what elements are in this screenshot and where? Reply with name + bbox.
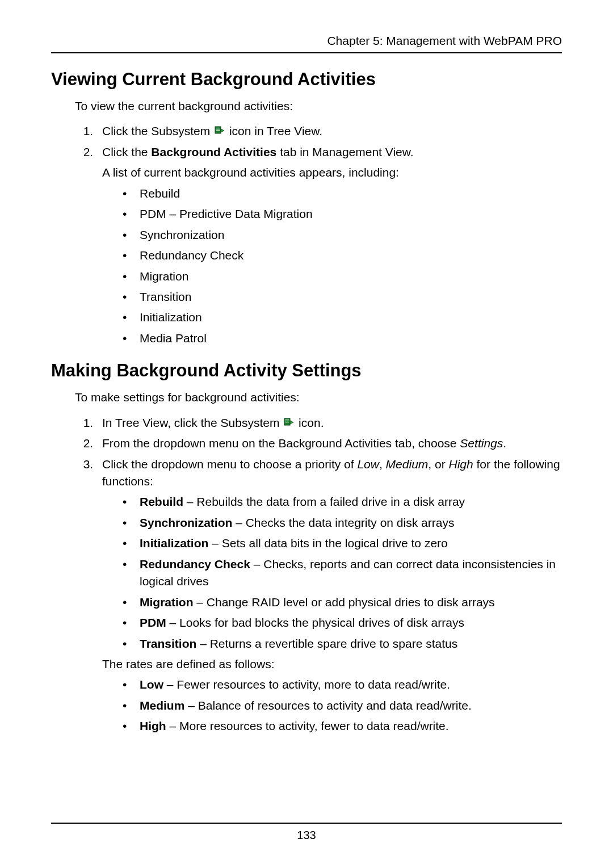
step-3: Click the dropdown menu to choose a prio… xyxy=(96,456,562,735)
subsystem-icon xyxy=(284,416,294,426)
s2-step3-a: Click the dropdown menu to choose a prio… xyxy=(102,458,357,471)
step-2: Click the Background Activities tab in M… xyxy=(96,144,562,347)
section1-intro: To view the current background activitie… xyxy=(75,98,562,115)
list-item: Redundancy Check – Checks, reports and c… xyxy=(123,556,562,590)
footer-rule xyxy=(51,823,562,824)
list-item: Initialization – Sets all data bits in t… xyxy=(123,535,562,552)
list-item: Migration xyxy=(123,268,562,285)
chapter-header: Chapter 5: Management with WebPAM PRO xyxy=(51,34,562,48)
svg-rect-3 xyxy=(216,130,220,131)
svg-rect-6 xyxy=(285,421,289,421)
section1-steps: Click the Subsystem icon in Tree View. C… xyxy=(75,123,562,347)
step2-text-b: tab in Management View. xyxy=(276,145,413,158)
list-item: PDM – Predictive Data Migration xyxy=(123,206,562,223)
list-item: High – More resources to activity, fewer… xyxy=(123,718,562,735)
step1-text-a: Click the Subsystem xyxy=(102,124,213,137)
list-item: Medium – Balance of resources to activit… xyxy=(123,697,562,714)
header-rule xyxy=(51,52,562,53)
step-1: In Tree View, click the Subsystem icon. xyxy=(96,414,562,431)
document-page: Chapter 5: Management with WebPAM PRO Vi… xyxy=(0,0,613,868)
list-item: Rebuild – Rebuilds the data from a faile… xyxy=(123,493,562,510)
list-item: Media Patrol xyxy=(123,330,562,347)
list-item: Migration – Change RAID level or add phy… xyxy=(123,594,562,611)
list-item: Synchronization xyxy=(123,227,562,244)
section2-intro: To make settings for background activiti… xyxy=(75,389,562,406)
list-item: Synchronization – Checks the data integr… xyxy=(123,514,562,531)
s2-step1-a: In Tree View, click the Subsystem xyxy=(102,416,283,429)
page-number: 133 xyxy=(51,829,562,842)
rates-list: Low – Fewer resources to activity, more … xyxy=(123,676,562,735)
priority-low: Low xyxy=(357,458,379,471)
list-item: Low – Fewer resources to activity, more … xyxy=(123,676,562,693)
section2-steps: In Tree View, click the Subsystem icon. … xyxy=(75,414,562,735)
priority-medium: Medium xyxy=(386,458,429,471)
step-1: Click the Subsystem icon in Tree View. xyxy=(96,123,562,140)
svg-rect-7 xyxy=(285,422,289,422)
step2-subtext: A list of current background activities … xyxy=(102,164,562,181)
s2-step2-italic: Settings xyxy=(460,437,503,450)
list-item: Transition – Returns a revertible spare … xyxy=(123,635,562,652)
rates-intro: The rates are defined as follows: xyxy=(102,656,562,673)
priority-high: High xyxy=(449,458,473,471)
list-item: Initialization xyxy=(123,309,562,326)
list-item: Redundancy Check xyxy=(123,247,562,264)
step1-text-b: icon in Tree View. xyxy=(229,124,322,137)
section-heading-settings: Making Background Activity Settings xyxy=(51,360,562,381)
list-item: Transition xyxy=(123,288,562,305)
activity-list: Rebuild PDM – Predictive Data Migration … xyxy=(123,185,562,347)
step2-bold: Background Activities xyxy=(151,145,276,158)
svg-rect-2 xyxy=(216,129,220,129)
step-2: From the dropdown menu on the Background… xyxy=(96,435,562,452)
svg-rect-5 xyxy=(285,420,289,420)
s2-step1-b: icon. xyxy=(299,416,324,429)
section-heading-viewing: Viewing Current Background Activities xyxy=(51,69,562,90)
svg-rect-1 xyxy=(216,128,220,128)
list-item: PDM – Looks for bad blocks the physical … xyxy=(123,614,562,631)
subsystem-icon xyxy=(215,124,225,134)
s2-step2-a: From the dropdown menu on the Background… xyxy=(102,437,460,450)
list-item: Rebuild xyxy=(123,185,562,202)
step2-text-a: Click the xyxy=(102,145,151,158)
s2-step2-b: . xyxy=(503,437,506,450)
functions-list: Rebuild – Rebuilds the data from a faile… xyxy=(123,493,562,652)
